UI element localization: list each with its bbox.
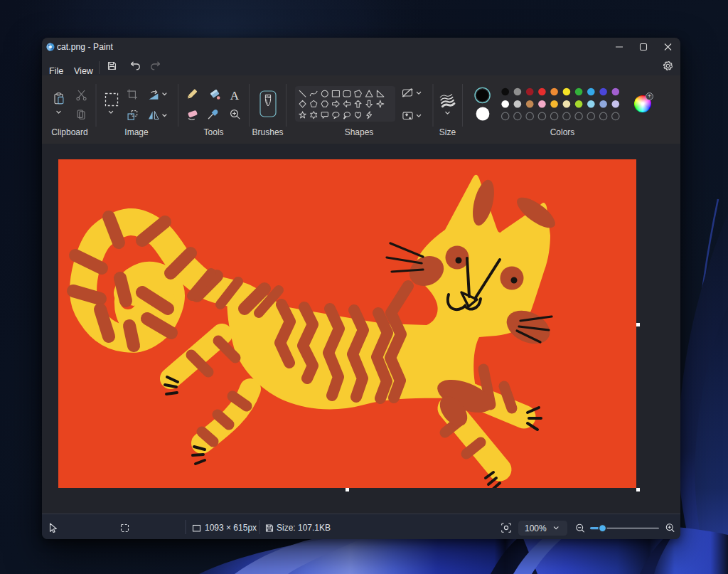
svg-text:Shapes: Shapes <box>345 127 374 137</box>
svg-text:Image: Image <box>124 127 149 137</box>
svg-text:Clipboard: Clipboard <box>51 127 87 137</box>
svg-text:Brushes: Brushes <box>252 127 284 137</box>
svg-text:Tools: Tools <box>204 127 224 137</box>
svg-text:A: A <box>230 89 240 102</box>
svg-text:Colors: Colors <box>550 127 575 137</box>
svg-text:Size: Size <box>439 127 456 137</box>
